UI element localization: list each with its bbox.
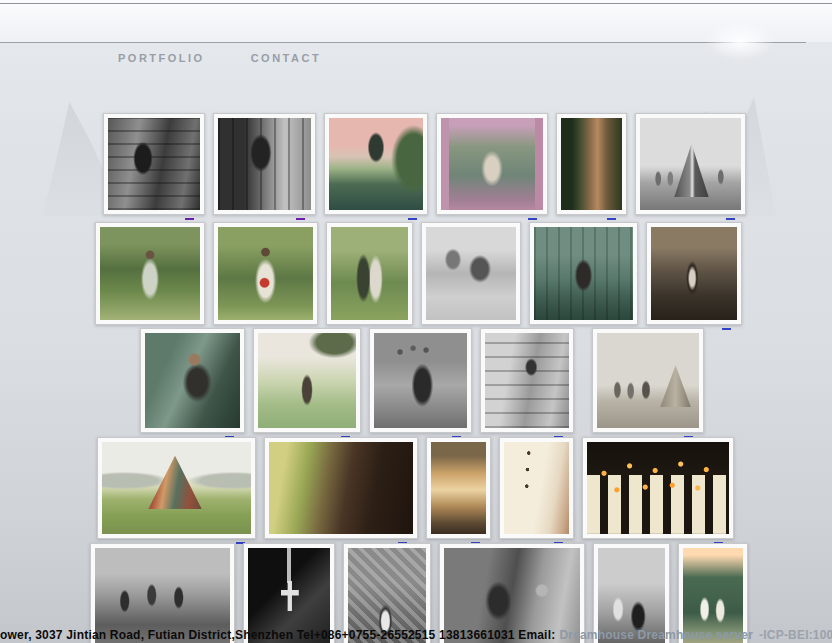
photo-image (102, 442, 251, 534)
photo-thumbnail[interactable] (556, 113, 627, 215)
header-bar (0, 0, 832, 42)
photo-image (218, 118, 311, 210)
photo-image (269, 442, 413, 534)
photo-image (597, 333, 699, 428)
photo-thumbnail[interactable] (140, 328, 245, 433)
photo-image (145, 333, 240, 428)
photo-thumbnail[interactable] (480, 328, 574, 433)
photo-link-underline[interactable] (296, 218, 305, 220)
photo-image (485, 333, 569, 428)
footer-bar: ower, 3037 Jintian Road, Futian District… (0, 628, 832, 642)
photo-thumbnail[interactable] (499, 437, 574, 539)
photo-thumbnail[interactable] (421, 222, 521, 325)
photo-thumbnail[interactable] (369, 328, 472, 433)
photo-thumbnail[interactable] (103, 113, 205, 215)
photo-image (534, 227, 633, 320)
photo-link-underline[interactable] (528, 218, 537, 220)
footer-icp-text: -ICP-BEI:100701 (759, 628, 832, 642)
photo-image (640, 118, 741, 210)
footer-email-link[interactable]: Dreamhouse Dreamhouse server (559, 628, 753, 642)
photo-thumbnail[interactable] (326, 222, 413, 325)
photo-image (218, 227, 313, 320)
photo-image (426, 227, 516, 320)
photo-image (331, 227, 408, 320)
photo-image (504, 442, 569, 534)
photo-image (441, 118, 543, 210)
photo-link-underline[interactable] (722, 328, 731, 330)
photo-thumbnail[interactable] (97, 437, 256, 539)
gallery-row-3 (140, 328, 704, 433)
nav-contact-link[interactable]: CONTACT (251, 52, 321, 64)
main-nav: PORTFOLIO CONTACT (118, 52, 321, 64)
photo-thumbnail[interactable] (529, 222, 638, 325)
photo-thumbnail[interactable] (646, 222, 742, 325)
photo-thumbnail[interactable] (436, 113, 548, 215)
photo-image (651, 227, 737, 320)
photo-image (108, 118, 200, 210)
photo-thumbnail[interactable] (95, 222, 205, 325)
photo-image (431, 442, 486, 534)
photo-image (258, 333, 356, 428)
header-divider (0, 42, 806, 43)
nav-portfolio-link[interactable]: PORTFOLIO (118, 52, 205, 64)
photo-link-underline[interactable] (408, 218, 417, 220)
photo-image (587, 442, 729, 534)
photo-thumbnail[interactable] (582, 437, 734, 539)
photo-thumbnail[interactable] (635, 113, 746, 215)
photo-thumbnail[interactable] (592, 328, 704, 433)
photo-thumbnail[interactable] (264, 437, 418, 539)
photo-thumbnail[interactable] (213, 113, 316, 215)
photo-image (561, 118, 622, 210)
photo-thumbnail[interactable] (253, 328, 361, 433)
photo-link-underline[interactable] (726, 218, 735, 220)
photo-thumbnail[interactable] (426, 437, 491, 539)
photo-image (100, 227, 200, 320)
gallery-row-1 (103, 113, 746, 215)
photo-link-underline[interactable] (607, 218, 616, 220)
photo-link-underline[interactable] (185, 218, 194, 220)
photo-thumbnail[interactable] (324, 113, 428, 215)
footer-address-text: ower, 3037 Jintian Road, Futian District… (0, 628, 555, 642)
gallery-row-4 (97, 437, 734, 539)
photo-image (374, 333, 467, 428)
gallery-row-2 (95, 222, 742, 325)
top-divider (0, 3, 832, 4)
photo-image (329, 118, 423, 210)
photo-thumbnail[interactable] (213, 222, 318, 325)
